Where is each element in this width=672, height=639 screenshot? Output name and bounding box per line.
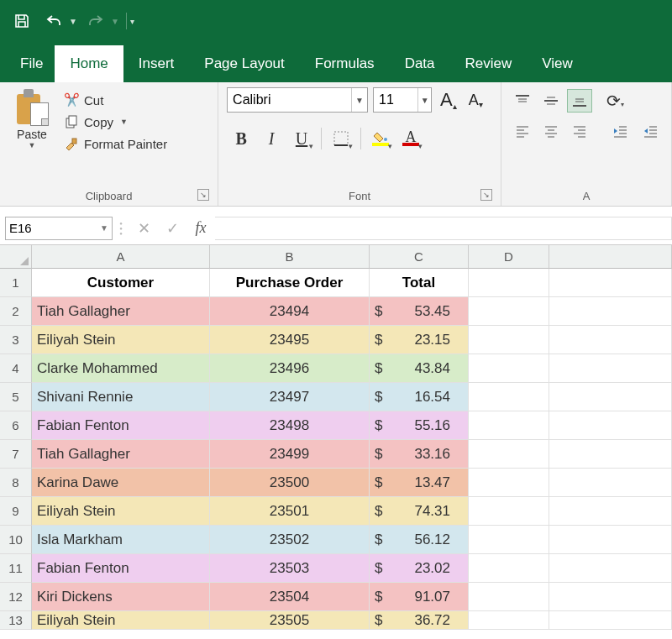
row-header[interactable]: 1 <box>0 269 32 297</box>
cell[interactable]: Clarke Mohammed <box>32 354 210 383</box>
cell[interactable]: 23498 <box>210 411 370 440</box>
cell[interactable] <box>469 440 549 469</box>
row-header[interactable]: 4 <box>0 354 32 383</box>
cell[interactable]: $36.72 <box>370 611 469 630</box>
font-name-combo[interactable]: ▼ <box>227 87 368 113</box>
name-box-dropdown[interactable]: ▼ <box>100 223 108 233</box>
borders-button[interactable]: ▼ <box>327 126 355 151</box>
cell[interactable] <box>469 554 549 583</box>
tab-review[interactable]: Review <box>450 45 528 82</box>
font-name-input[interactable] <box>228 92 351 107</box>
cut-button[interactable]: ✂️ Cut <box>60 91 171 109</box>
row-header[interactable]: 2 <box>0 297 32 326</box>
align-top-button[interactable] <box>510 89 535 113</box>
tab-view[interactable]: View <box>527 45 588 82</box>
cancel-formula-button[interactable]: ✕ <box>129 217 158 240</box>
cell[interactable] <box>469 326 549 354</box>
increase-font-size-button[interactable]: A▴ <box>437 87 460 113</box>
align-center-button[interactable] <box>538 119 564 143</box>
cell[interactable]: $13.47 <box>370 469 469 497</box>
redo-button[interactable] <box>82 8 109 34</box>
font-dialog-launcher[interactable]: ↘ <box>480 189 492 201</box>
font-color-button[interactable]: A ▼ <box>396 126 425 151</box>
copy-button[interactable]: Copy ▼ <box>60 113 171 131</box>
cell[interactable] <box>469 411 549 440</box>
font-size-combo[interactable]: ▼ <box>373 87 432 113</box>
row-header[interactable]: 9 <box>0 497 32 526</box>
cell[interactable]: 23503 <box>210 554 370 583</box>
col-header-a[interactable]: A <box>32 245 210 269</box>
cell[interactable]: Karina Dawe <box>32 469 210 497</box>
worksheet-grid[interactable]: A B C D 1 Customer Purchase Order Total … <box>0 245 672 630</box>
cell[interactable] <box>549 297 672 326</box>
font-size-input[interactable] <box>374 92 417 107</box>
cell[interactable] <box>469 583 549 611</box>
decrease-font-size-button[interactable]: A▾ <box>465 90 486 111</box>
save-button[interactable] <box>8 8 35 34</box>
cell[interactable]: Purchase Order <box>210 269 370 297</box>
tab-file[interactable]: File <box>8 45 55 82</box>
col-header-b[interactable]: B <box>210 245 370 269</box>
row-header[interactable]: 8 <box>0 469 32 497</box>
cell[interactable]: Shivani Rennie <box>32 383 210 411</box>
cell[interactable] <box>549 554 672 583</box>
cell[interactable]: 23500 <box>210 469 370 497</box>
cell[interactable]: $74.31 <box>370 497 469 526</box>
cell[interactable] <box>549 269 672 297</box>
align-right-button[interactable] <box>567 119 592 143</box>
cell[interactable] <box>549 411 672 440</box>
cell[interactable]: $23.02 <box>370 554 469 583</box>
paste-dropdown[interactable]: ▼ <box>29 141 36 149</box>
cell[interactable]: Fabian Fenton <box>32 411 210 440</box>
redo-dropdown[interactable]: ▼ <box>111 17 119 26</box>
cell[interactable] <box>549 383 672 411</box>
align-bottom-button[interactable] <box>567 89 592 113</box>
cell[interactable]: 23502 <box>210 526 370 554</box>
cell[interactable]: Eiliyah Stein <box>32 326 210 354</box>
cell[interactable] <box>549 326 672 354</box>
name-box-input[interactable] <box>9 221 100 235</box>
align-middle-button[interactable] <box>538 89 564 113</box>
col-header-d[interactable]: D <box>469 245 549 269</box>
tab-home[interactable]: Home <box>55 45 123 82</box>
cell[interactable]: 23499 <box>210 440 370 469</box>
cell[interactable]: 23494 <box>210 297 370 326</box>
cell[interactable]: $43.84 <box>370 354 469 383</box>
decrease-indent-button[interactable] <box>607 119 633 143</box>
font-name-dropdown[interactable]: ▼ <box>351 88 367 112</box>
font-size-dropdown[interactable]: ▼ <box>417 88 431 112</box>
undo-dropdown[interactable]: ▼ <box>69 17 77 26</box>
cell[interactable] <box>549 469 672 497</box>
cell[interactable] <box>469 297 549 326</box>
cell[interactable] <box>469 611 549 630</box>
cell[interactable]: 23495 <box>210 326 370 354</box>
row-header[interactable]: 10 <box>0 526 32 554</box>
fill-color-button[interactable]: ▼ <box>366 126 395 151</box>
cell[interactable]: $16.54 <box>370 383 469 411</box>
select-all-button[interactable] <box>0 245 32 269</box>
cell[interactable]: 23501 <box>210 497 370 526</box>
cell[interactable]: 23497 <box>210 383 370 411</box>
cell[interactable]: $91.07 <box>370 583 469 611</box>
name-box[interactable]: ▼ <box>5 217 113 240</box>
col-header-e[interactable] <box>549 245 672 269</box>
col-header-c[interactable]: C <box>370 245 469 269</box>
cell[interactable] <box>549 583 672 611</box>
cell[interactable]: Total <box>370 269 469 297</box>
qat-customize-dropdown[interactable]: ▾ <box>130 17 134 26</box>
cell[interactable]: $23.15 <box>370 326 469 354</box>
cell[interactable]: Fabian Fenton <box>32 554 210 583</box>
cell[interactable]: $56.12 <box>370 526 469 554</box>
cell[interactable]: Isla Markham <box>32 526 210 554</box>
align-left-button[interactable] <box>510 119 535 143</box>
row-header[interactable]: 13 <box>0 611 32 630</box>
paste-button[interactable]: Paste ▼ <box>8 87 55 188</box>
row-header[interactable]: 6 <box>0 411 32 440</box>
tab-insert[interactable]: Insert <box>123 45 190 82</box>
cell[interactable] <box>469 497 549 526</box>
tab-page-layout[interactable]: Page Layout <box>189 45 299 82</box>
cell[interactable] <box>469 526 549 554</box>
cell[interactable] <box>469 269 549 297</box>
row-header[interactable]: 5 <box>0 383 32 411</box>
insert-function-button[interactable]: fx <box>186 217 215 240</box>
